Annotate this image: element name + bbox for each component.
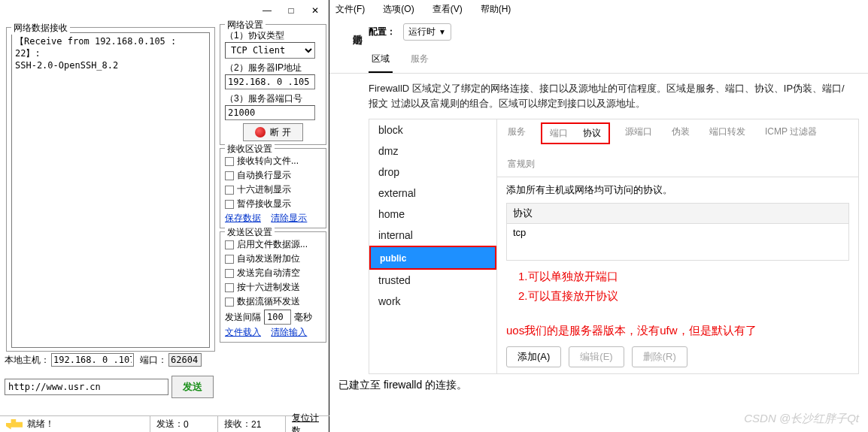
zone-item-drop[interactable]: drop bbox=[369, 162, 496, 183]
annotation-1: 1.可以单独放开端口 bbox=[497, 267, 858, 286]
edit-button[interactable]: 编辑(E) bbox=[569, 346, 624, 367]
recv-panel: 网络数据接收 【Receive from 192.168.0.105 : 22】… bbox=[6, 27, 215, 352]
zone-item-home[interactable]: home bbox=[369, 204, 496, 225]
config-label: 配置： bbox=[369, 26, 396, 38]
zone-public-label: public bbox=[380, 253, 406, 264]
annotation-3: uos我们的是服务器版本，没有ufw，但是默认有了 bbox=[497, 321, 858, 340]
local-host-input[interactable] bbox=[51, 353, 134, 367]
disconnect-button[interactable]: 断 开 bbox=[243, 123, 303, 141]
chk-label: 启用文件数据源... bbox=[237, 238, 308, 251]
ip-label: （2）服务器IP地址 bbox=[225, 62, 321, 74]
menu-options[interactable]: 选项(O) bbox=[383, 3, 414, 16]
chk-label: 自动发送附加位 bbox=[237, 252, 300, 265]
status-send-val: 0 bbox=[184, 419, 189, 430]
netset-panel: 网络设置 （1）协议类型 TCP Client （2）服务器IP地址 （3）服务… bbox=[220, 24, 326, 145]
proto-tab-protocol[interactable]: 协议 bbox=[578, 124, 605, 143]
clear-input-link[interactable]: 清除输入 bbox=[271, 327, 307, 337]
sendset-panel: 发送区设置 启用文件数据源... 自动发送附加位 发送完自动清空 按十六进制发送… bbox=[220, 231, 326, 343]
recvset-legend: 接收区设置 bbox=[225, 143, 275, 156]
load-file-link[interactable]: 文件载入 bbox=[225, 327, 261, 337]
proto-tab-masq[interactable]: 伪装 bbox=[667, 122, 694, 144]
zone-list[interactable]: block dmz drop external home internal pu… bbox=[369, 119, 497, 373]
port-label: （3）服务器端口号 bbox=[225, 92, 321, 105]
zone-item-dmz[interactable]: dmz bbox=[369, 140, 496, 162]
chk-label: 发送完自动清空 bbox=[237, 267, 300, 279]
checkbox[interactable] bbox=[225, 240, 234, 249]
chk-label: 暂停接收显示 bbox=[237, 198, 291, 210]
zone-panel: block dmz drop external home internal pu… bbox=[369, 119, 859, 374]
checkbox[interactable] bbox=[225, 255, 234, 264]
checkbox[interactable] bbox=[225, 200, 234, 209]
connection-status: 已建立至 firewalld 的连接。 bbox=[329, 374, 868, 392]
watermark: CSDN @长沙红胖子Qt bbox=[744, 412, 859, 426]
status-recv-val: 21 bbox=[251, 419, 261, 430]
clear-display-link[interactable]: 清除显示 bbox=[271, 213, 307, 223]
sendset-legend: 发送区设置 bbox=[225, 226, 275, 239]
zone-item-work[interactable]: work bbox=[369, 291, 496, 312]
proto-tab-rich[interactable]: 富规则 bbox=[503, 155, 539, 174]
zone-item-trusted[interactable]: trusted bbox=[369, 270, 496, 291]
chevron-down-icon: ▼ bbox=[439, 28, 446, 36]
checkbox[interactable] bbox=[225, 269, 234, 278]
proto-tab-srcport[interactable]: 源端口 bbox=[621, 122, 657, 144]
proto-tab-icmp[interactable]: ICMP 过滤器 bbox=[760, 122, 821, 144]
chk-label: 数据流循环发送 bbox=[237, 295, 300, 308]
proto-tab-service[interactable]: 服务 bbox=[503, 122, 530, 144]
proto-tab-port[interactable]: 端口 bbox=[545, 124, 572, 143]
disconnect-label: 断 开 bbox=[270, 126, 290, 139]
proto-description: 添加所有主机或网络均可访问的协议。 bbox=[497, 177, 858, 203]
thumbs-up-icon bbox=[6, 419, 23, 430]
status-ready: 就绪！ bbox=[27, 418, 54, 430]
interval-label: 发送间隔 bbox=[225, 311, 261, 324]
proto-select[interactable]: TCP Client bbox=[225, 42, 315, 59]
local-port-label: 端口： bbox=[140, 354, 167, 367]
chk-label: 十六进制显示 bbox=[237, 183, 291, 196]
proto-table: 协议 tcp bbox=[506, 203, 849, 261]
chk-label: 按十六进制发送 bbox=[237, 281, 300, 294]
port-input[interactable] bbox=[225, 105, 315, 120]
recvset-panel: 接收区设置 接收转向文件... 自动换行显示 十六进制显示 暂停接收显示 保存数… bbox=[220, 148, 326, 228]
checkbox[interactable] bbox=[225, 283, 234, 292]
add-button[interactable]: 添加(A) bbox=[506, 346, 561, 367]
checkbox[interactable] bbox=[225, 298, 234, 307]
status-send-label: 发送： bbox=[156, 418, 184, 430]
ip-input[interactable] bbox=[225, 74, 315, 89]
menu-help[interactable]: 帮助(H) bbox=[481, 3, 511, 16]
checkbox[interactable] bbox=[225, 186, 234, 195]
proto-row-tcp[interactable]: tcp bbox=[507, 224, 848, 241]
config-combo[interactable]: 运行时 ▼ bbox=[403, 23, 451, 41]
close-button[interactable]: ✕ bbox=[310, 5, 320, 16]
interval-input[interactable] bbox=[264, 310, 291, 325]
menu-view[interactable]: 查看(V) bbox=[432, 3, 463, 16]
delete-button[interactable]: 删除(R) bbox=[632, 346, 687, 367]
status-reset[interactable]: 复位计数 bbox=[292, 412, 323, 433]
save-data-link[interactable]: 保存数据 bbox=[225, 213, 261, 223]
minimize-button[interactable]: — bbox=[262, 5, 272, 16]
checkbox[interactable] bbox=[225, 157, 234, 166]
record-icon bbox=[255, 127, 266, 137]
proto-tab-fwd[interactable]: 端口转发 bbox=[705, 122, 750, 144]
status-recv-label: 接收： bbox=[224, 418, 251, 430]
netset-legend: 网络设置 bbox=[225, 19, 266, 32]
recv-legend: 网络数据接收 bbox=[11, 22, 70, 35]
local-port-input[interactable] bbox=[168, 353, 202, 367]
menubar: 文件(F) 选项(O) 查看(V) 帮助(H) bbox=[329, 0, 868, 20]
status-bar: 就绪！ 发送： 0 接收： 21 复位计数 bbox=[0, 415, 329, 432]
menu-file[interactable]: 文件(F) bbox=[335, 3, 365, 16]
zone-item-external[interactable]: external bbox=[369, 183, 496, 204]
zone-item-public[interactable]: public bbox=[369, 246, 496, 270]
interval-unit: 毫秒 bbox=[294, 311, 312, 324]
chk-label: 自动换行显示 bbox=[237, 169, 291, 182]
zone-item-internal[interactable]: internal bbox=[369, 225, 496, 246]
annotation-2: 2.可以直接放开协议 bbox=[497, 286, 858, 306]
checkbox[interactable] bbox=[225, 171, 234, 180]
recv-textarea[interactable]: 【Receive from 192.168.0.105 : 22】: SSH-2… bbox=[11, 32, 210, 348]
zone-description: FirewallD 区域定义了绑定的网络连接、接口以及源地址的可信程度。区域是服… bbox=[329, 74, 868, 119]
zone-item-block[interactable]: block bbox=[369, 119, 496, 140]
maximize-button[interactable]: □ bbox=[286, 5, 296, 16]
local-host-label: 本地主机： bbox=[5, 354, 50, 367]
send-button[interactable]: 发送 bbox=[171, 376, 214, 398]
tab-service[interactable]: 服务 bbox=[408, 48, 432, 73]
url-input[interactable] bbox=[5, 379, 168, 395]
tab-zone[interactable]: 区域 bbox=[369, 48, 393, 73]
